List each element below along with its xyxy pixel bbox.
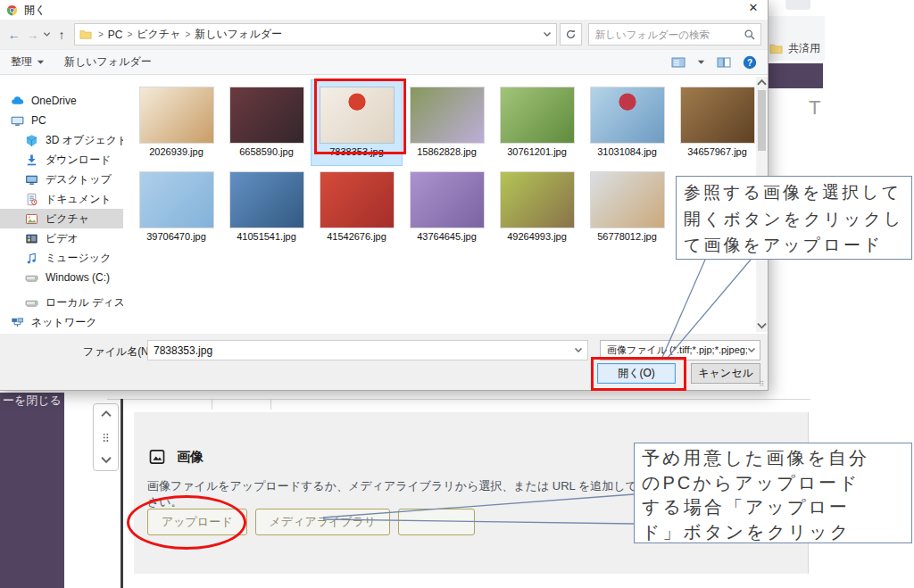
filename-input[interactable] <box>148 344 574 358</box>
file-thumbnail[interactable] <box>681 87 754 143</box>
block-action-button[interactable] <box>398 509 475 535</box>
filetype-value: 画像ファイル (*.tiff;*.pjp;*.pjpeg;* <box>607 344 747 357</box>
file-thumbnail[interactable] <box>591 87 664 143</box>
file-name: 6658590.jpg <box>239 146 294 157</box>
block-description: 画像ファイルをアップロードするか、メディアライブラリから選択、または URL を… <box>147 478 665 510</box>
forward-icon: → <box>25 28 41 42</box>
organize-menu[interactable]: 整理 <box>11 54 45 70</box>
open-button[interactable]: 開く(O) <box>597 363 676 384</box>
file-item[interactable]: 15862828.jpg <box>402 80 492 165</box>
file-item[interactable]: 41051541.jpg <box>221 165 312 250</box>
sidebar-item[interactable]: デスクトップ <box>0 170 123 189</box>
organize-label: 整理 <box>11 54 32 70</box>
file-item[interactable]: 34657967.jpg <box>672 80 762 165</box>
file-item[interactable]: 56778012.jpg <box>582 165 672 250</box>
file-item[interactable]: 2026939.jpg <box>131 80 221 165</box>
sidebar-item[interactable]: OneDrive <box>0 91 123 111</box>
view-icon[interactable] <box>671 56 686 69</box>
file-name: 34657967.jpg <box>687 146 747 157</box>
filetype-chevron-down-icon <box>747 344 756 357</box>
dialog-toolbar: 整理 新しいフォルダー ? <box>0 49 768 75</box>
sidebar-item[interactable]: Windows (C:) <box>0 268 123 287</box>
file-thumbnail[interactable] <box>230 172 303 228</box>
move-up-button[interactable] <box>100 409 112 419</box>
file-thumbnail[interactable] <box>140 172 213 228</box>
resize-grip[interactable]: ⠿ <box>759 380 765 388</box>
sidebar-item[interactable]: ローカル ディスク (D <box>0 293 123 312</box>
file-name: 2026939.jpg <box>149 146 204 157</box>
close-icon[interactable]: ✕ <box>744 1 763 18</box>
file-name: 56778012.jpg <box>597 231 657 242</box>
wp-admin-sidebar: インONICブロック管—ーを閉じる <box>0 393 64 588</box>
file-item[interactable]: 30761201.jpg <box>492 80 582 165</box>
sidebar-item[interactable]: ピクチャ <box>0 209 123 228</box>
file-thumbnail[interactable] <box>411 87 484 143</box>
address-bar[interactable]: >PC>ピクチャ>新しいフォルダー <box>74 23 557 46</box>
up-icon[interactable]: ↑ <box>54 28 70 42</box>
address-chevron-down-icon[interactable] <box>543 28 552 41</box>
search-input[interactable] <box>594 29 744 41</box>
breadcrumb-separator: > <box>127 29 132 39</box>
refresh-button[interactable] <box>560 23 582 46</box>
sidebar-item-icon <box>25 153 38 167</box>
dialog-footer: ファイル名(N): 画像ファイル (*.tiff;*.pjp;*.pjpeg;*… <box>0 335 768 390</box>
sidebar-item[interactable]: 3D オブジェクト <box>0 130 123 150</box>
file-item[interactable]: 41542676.jpg <box>312 165 402 250</box>
drag-handle[interactable] <box>100 432 112 443</box>
search-box[interactable] <box>588 23 761 46</box>
wp-sidebar-item[interactable]: ーを閉じる <box>3 393 62 409</box>
caret-down-icon <box>37 55 45 69</box>
file-thumbnail[interactable] <box>501 87 574 143</box>
move-down-button[interactable] <box>100 455 112 466</box>
open-file-dialog: 開く ✕ ← → ↑ >PC>ピクチャ>新しいフォルダー <box>0 0 769 391</box>
file-item[interactable]: 7838353.jpg <box>312 80 402 165</box>
sidebar-item-icon <box>25 271 38 285</box>
breadcrumb-item[interactable]: 新しいフォルダー <box>195 27 282 42</box>
editor-top-border <box>107 399 810 400</box>
view-caret-down-icon[interactable] <box>697 55 705 69</box>
breadcrumb-item[interactable]: ピクチャ <box>137 27 180 42</box>
sidebar-item[interactable]: PC <box>0 111 123 130</box>
file-thumbnail[interactable] <box>411 172 484 228</box>
editor-tick <box>270 399 271 410</box>
sidebar-item[interactable]: ドキュメント <box>0 189 123 209</box>
file-item[interactable]: 31031084.jpg <box>582 80 672 165</box>
back-icon[interactable]: ← <box>6 28 22 42</box>
block-mover-toolbar <box>93 403 119 471</box>
sidebar-item-label: デスクトップ <box>46 172 112 187</box>
preview-pane-icon[interactable] <box>717 56 731 69</box>
sidebar-item[interactable]: ビデオ <box>0 228 123 248</box>
bookmark-item[interactable]: 共済用 <box>769 41 820 56</box>
sidebar-item-icon <box>25 173 38 186</box>
sidebar-item[interactable]: ダウンロード <box>0 150 123 170</box>
filename-chevron-down-icon[interactable] <box>574 344 583 357</box>
new-folder-button[interactable]: 新しいフォルダー <box>64 54 152 70</box>
file-item[interactable]: 6658590.jpg <box>221 80 312 165</box>
cancel-button[interactable]: キャンセル <box>691 363 760 384</box>
file-thumbnail[interactable] <box>320 172 394 228</box>
file-thumbnail[interactable] <box>140 87 213 143</box>
sidebar-item-label: 3D オブジェクト <box>46 133 123 148</box>
sidebar-item[interactable]: ネットワーク <box>0 312 123 332</box>
file-thumbnail[interactable] <box>230 87 303 143</box>
file-thumbnail[interactable] <box>591 172 664 228</box>
file-thumbnail[interactable] <box>501 172 574 228</box>
sidebar-item[interactable]: ミュージック <box>0 248 123 268</box>
breadcrumb-separator: > <box>98 29 104 39</box>
sidebar-item-label: ピクチャ <box>46 211 89 227</box>
sidebar-item-icon <box>25 232 38 245</box>
filename-field[interactable] <box>147 340 588 360</box>
sidebar-item-icon <box>25 134 38 147</box>
file-item[interactable]: 49264993.jpg <box>492 165 582 250</box>
history-chevron-down-icon[interactable] <box>43 28 51 41</box>
file-item[interactable]: 43764645.jpg <box>402 165 492 250</box>
image-block-icon <box>148 448 166 466</box>
filetype-select[interactable]: 画像ファイル (*.tiff;*.pjp;*.pjpeg;* <box>600 340 760 360</box>
file-item[interactable]: 39706470.jpg <box>131 165 221 250</box>
help-icon[interactable]: ? <box>743 55 757 70</box>
file-thumbnail[interactable] <box>320 87 394 143</box>
block-action-button[interactable]: メディアライブラリ <box>255 509 391 535</box>
breadcrumb-item[interactable]: PC <box>108 29 123 41</box>
sidebar-item-label: ダウンロード <box>46 153 111 168</box>
block-action-button[interactable]: アップロード <box>147 509 247 535</box>
